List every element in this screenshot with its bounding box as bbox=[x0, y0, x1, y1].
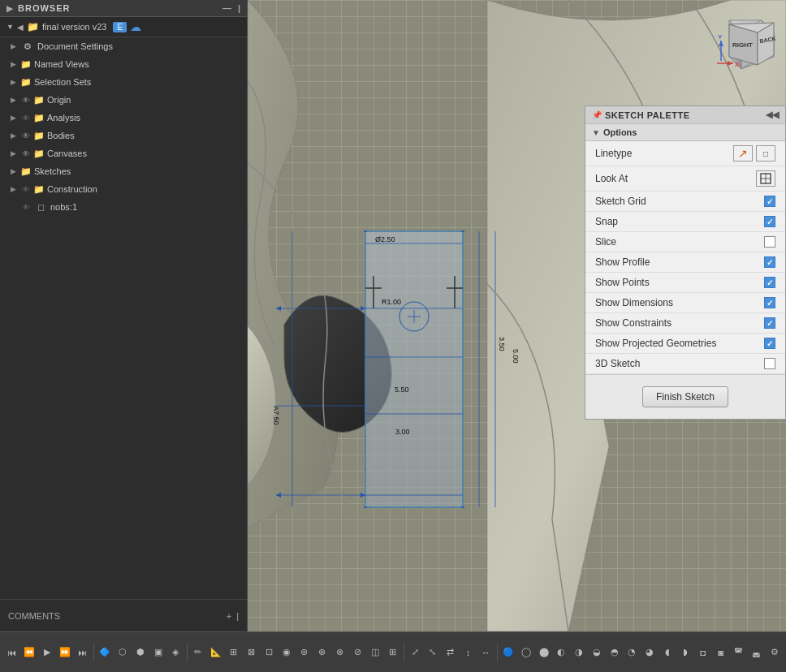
canvases-label: Canvases bbox=[45, 149, 247, 158]
sketch-tool-4[interactable]: ⊠ bbox=[243, 641, 260, 664]
tree-item-bodies[interactable]: ▶ 👁 📁 Bodies bbox=[0, 127, 247, 144]
skip-back-button[interactable]: ⏮ bbox=[3, 641, 20, 664]
tree-item-document-settings[interactable]: ▶ ⚙ Document Settings bbox=[0, 37, 247, 55]
show-constraints-checkbox[interactable] bbox=[764, 317, 775, 329]
options-section-header[interactable]: ▼ Options bbox=[585, 124, 785, 141]
sketch-tool-9[interactable]: ⊗ bbox=[331, 641, 348, 664]
palette-collapse-left-icon[interactable]: ◀◀ bbox=[766, 110, 779, 120]
view-tool-2[interactable]: ⬡ bbox=[114, 641, 132, 664]
tool-29[interactable]: ◘ bbox=[694, 641, 711, 664]
sketch-tool-3[interactable]: ⊞ bbox=[225, 641, 242, 664]
sketch-tool-7[interactable]: ⊛ bbox=[296, 641, 313, 664]
tool-17[interactable]: ↔ bbox=[477, 641, 494, 664]
show-dimensions-label: Show Dimensions bbox=[595, 297, 673, 308]
3d-sketch-checkbox[interactable] bbox=[764, 358, 775, 369]
play-button[interactable]: ▶ bbox=[39, 641, 56, 664]
palette-row-lookat: Look At bbox=[585, 166, 785, 192]
sketch-tool-8[interactable]: ⊕ bbox=[313, 641, 330, 664]
linetype-btn-construction[interactable]: □ bbox=[756, 145, 775, 162]
selection-sets-label: Selection Sets bbox=[32, 77, 247, 87]
analysis-label: Analysis bbox=[45, 113, 247, 123]
version-label: final version v23 bbox=[42, 22, 107, 32]
tree-item-canvases[interactable]: ▶ 👁 📁 Canvases bbox=[0, 144, 247, 162]
named-views-label: Named Views bbox=[32, 59, 247, 69]
sketch-tool-6[interactable]: ◉ bbox=[278, 641, 295, 664]
cloud-sync-icon[interactable]: ☁ bbox=[130, 20, 141, 33]
eye-canvases-icon[interactable]: 👁 bbox=[19, 149, 32, 158]
tool-26[interactable]: ◕ bbox=[641, 641, 659, 664]
expand-all-icon[interactable]: ▼ bbox=[6, 23, 14, 31]
comments-pin-icon[interactable]: | bbox=[236, 611, 239, 621]
tool-21[interactable]: ◐ bbox=[553, 641, 570, 664]
show-points-checkbox[interactable] bbox=[764, 277, 775, 288]
show-projected-checkbox[interactable] bbox=[764, 338, 775, 349]
tool-18[interactable]: 🔵 bbox=[500, 641, 517, 664]
sketch-tool-10[interactable]: ⊘ bbox=[349, 641, 366, 664]
tool-22[interactable]: ◑ bbox=[571, 641, 588, 664]
tool-15[interactable]: ⇄ bbox=[442, 641, 459, 664]
sketch-tool-11[interactable]: ◫ bbox=[366, 641, 383, 664]
eye-bodies-icon[interactable]: 👁 bbox=[19, 131, 32, 140]
eye-nobs-icon[interactable]: 👁 bbox=[19, 203, 32, 212]
view-cube[interactable]: RIGHT BACK Y X bbox=[713, 8, 778, 73]
sketch-tool-12[interactable]: ⊞ bbox=[384, 641, 401, 664]
sketch-grid-checkbox[interactable] bbox=[764, 196, 775, 207]
folder-sketches-icon: 📁 bbox=[19, 166, 32, 177]
tool-20[interactable]: ⬤ bbox=[535, 641, 552, 664]
sketch-tool-5[interactable]: ⊡ bbox=[261, 641, 278, 664]
tool-14[interactable]: ⤡ bbox=[425, 641, 442, 664]
eye-origin-icon[interactable]: 👁 bbox=[19, 96, 32, 105]
view-tool-4[interactable]: ▣ bbox=[149, 641, 166, 664]
tool-30[interactable]: ◙ bbox=[712, 641, 729, 664]
back-icon[interactable]: ◀ bbox=[17, 23, 24, 32]
sketch-tool-1[interactable]: ✏ bbox=[189, 641, 206, 664]
view-tool-3[interactable]: ⬢ bbox=[132, 641, 149, 664]
slice-label: Slice bbox=[595, 236, 616, 248]
tree-item-nobs[interactable]: ▶ 👁 ◻ nobs:1 bbox=[0, 198, 247, 216]
tool-27[interactable]: ◖ bbox=[659, 641, 676, 664]
toolbar-separator-1 bbox=[93, 644, 94, 661]
finish-sketch-button[interactable]: Finish Sketch bbox=[642, 386, 728, 407]
view-tool-5[interactable]: ◈ bbox=[167, 641, 184, 664]
tool-13[interactable]: ⤢ bbox=[407, 641, 424, 664]
show-dimensions-checkbox[interactable] bbox=[764, 297, 775, 308]
lookat-button[interactable] bbox=[756, 170, 775, 187]
tree-item-analysis[interactable]: ▶ 👁 📁 Analysis bbox=[0, 109, 247, 127]
comments-expand-icon[interactable]: + bbox=[227, 611, 231, 621]
tree-item-construction[interactable]: ▶ 👁 📁 Construction bbox=[0, 180, 247, 198]
snap-checkbox[interactable] bbox=[764, 216, 775, 227]
svg-text:R1.00: R1.00 bbox=[382, 298, 401, 306]
tool-16[interactable]: ↕ bbox=[460, 641, 477, 664]
eye-construction-icon[interactable]: 👁 bbox=[19, 185, 32, 194]
tool-32[interactable]: ◛ bbox=[748, 641, 765, 664]
tool-19[interactable]: ◯ bbox=[517, 641, 534, 664]
tool-31[interactable]: ◚ bbox=[730, 641, 747, 664]
eye-analysis-icon[interactable]: 👁 bbox=[19, 114, 32, 123]
tree-item-selection-sets[interactable]: ▶ 📁 Selection Sets bbox=[0, 73, 247, 91]
show-profile-checkbox[interactable] bbox=[764, 256, 775, 268]
settings-button[interactable]: ⚙ bbox=[766, 641, 783, 664]
browser-collapse-icon[interactable]: — bbox=[222, 3, 231, 13]
browser-expand-arrow[interactable]: ▶ bbox=[6, 4, 13, 13]
palette-pin-icon[interactable]: 📌 bbox=[592, 110, 602, 119]
tool-24[interactable]: ◓ bbox=[606, 641, 623, 664]
tool-23[interactable]: ◒ bbox=[589, 641, 606, 664]
browser-pin-icon[interactable]: | bbox=[238, 3, 240, 13]
tree-item-sketches[interactable]: ▶ 📁 Sketches bbox=[0, 162, 247, 180]
skip-forward-button[interactable]: ⏭ bbox=[74, 641, 91, 664]
comments-bar: COMMENTS + | bbox=[0, 599, 248, 631]
linetype-btn-solid[interactable]: ↗ bbox=[733, 145, 753, 162]
step-back-button[interactable]: ⏪ bbox=[21, 641, 38, 664]
folder-origin-icon: 📁 bbox=[32, 95, 45, 106]
tool-28[interactable]: ◗ bbox=[676, 641, 693, 664]
palette-row-sketch-grid: Sketch Grid bbox=[585, 192, 785, 212]
tree-item-named-views[interactable]: ▶ 📁 Named Views bbox=[0, 55, 247, 73]
sketch-tool-2[interactable]: 📐 bbox=[207, 641, 224, 664]
view-tool-1[interactable]: 🔷 bbox=[97, 641, 114, 664]
browser-header: ▶ BROWSER — | bbox=[0, 0, 247, 17]
tool-25[interactable]: ◔ bbox=[624, 641, 641, 664]
tree-item-origin[interactable]: ▶ 👁 📁 Origin bbox=[0, 91, 247, 109]
folder-bodies-icon: 📁 bbox=[32, 131, 45, 141]
step-forward-button[interactable]: ⏩ bbox=[56, 641, 73, 664]
slice-checkbox[interactable] bbox=[764, 236, 775, 248]
